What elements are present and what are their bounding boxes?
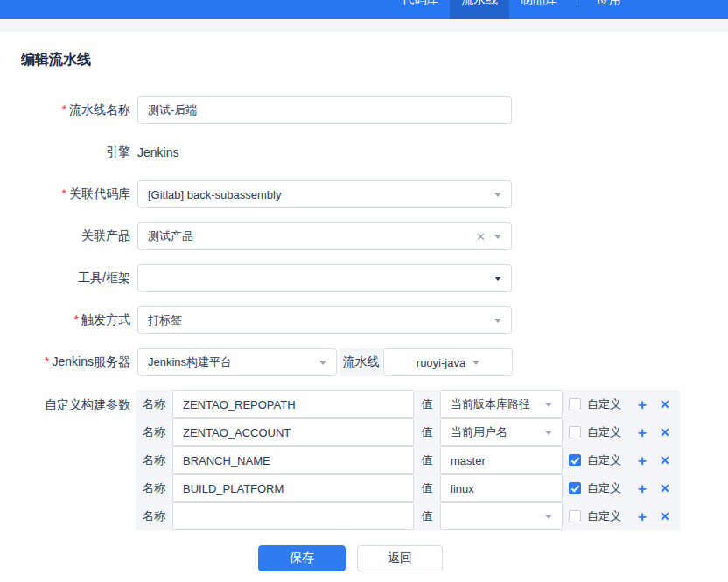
custom-checkbox[interactable] [569,510,581,522]
delete-row-icon[interactable]: ✕ [660,426,670,438]
required-marker: * [62,186,66,200]
delete-row-icon[interactable]: ✕ [660,510,670,522]
tool-select[interactable] [137,264,512,292]
param-value-label: 值 [414,508,440,524]
custom-params-table: 名称 值 当前版本库路径 自定义 + ✕ 名称 [136,390,680,530]
custom-checkbox[interactable] [569,398,581,410]
tab-app[interactable]: 应用 [585,0,633,19]
param-value-input[interactable] [440,446,563,474]
param-value-input[interactable] [440,474,563,502]
custom-checkbox-label: 自定义 [587,508,621,524]
param-actions: 自定义 + ✕ [563,452,680,468]
param-row: 名称 值 自定义 + ✕ [136,474,680,502]
custom-checkbox[interactable] [569,426,581,438]
param-actions: 自定义 + ✕ [563,508,680,524]
param-value-select[interactable]: 当前用户名 [440,418,563,446]
param-name-input[interactable] [172,446,414,474]
form-actions: 保存 返回 [258,545,728,571]
trigger-select[interactable]: 打标签 [137,306,512,334]
chevron-down-icon [545,403,552,410]
param-actions: 自定义 + ✕ [563,480,680,496]
param-value-select-value: 当前用户名 [451,424,508,440]
param-name-input[interactable] [172,390,414,418]
delete-row-icon[interactable]: ✕ [660,454,670,466]
pipeline-name-row: *流水线名称 [0,96,728,124]
chevron-down-icon [494,277,501,284]
back-button[interactable]: 返回 [357,545,443,571]
repo-select[interactable]: [Gitlab] back-subassembly [137,180,512,208]
param-name-label: 名称 [136,480,172,496]
product-select[interactable]: 测试产品 ✕ [137,222,512,250]
jenkins-pipeline-select[interactable]: ruoyi-java [383,348,513,376]
delete-row-icon[interactable]: ✕ [660,482,670,494]
delete-row-icon[interactable]: ✕ [660,398,670,410]
tool-label: 工具/框架 [0,270,130,286]
param-actions: 自定义 + ✕ [563,396,680,412]
tab-code-repo[interactable]: 代码库 [390,0,450,19]
chevron-down-icon [545,431,552,438]
custom-checkbox-label: 自定义 [587,424,621,440]
param-value-label: 值 [414,424,440,440]
add-row-icon[interactable]: + [638,425,647,440]
add-row-icon[interactable]: + [638,509,647,524]
param-value-select[interactable] [440,502,563,530]
add-row-icon[interactable]: + [638,481,647,496]
edit-pipeline-form: *流水线名称 引擎 Jenkins *关联代码库 [Gitlab] back-s… [0,96,728,571]
custom-checkbox-label: 自定义 [587,396,621,412]
param-name-input[interactable] [172,418,414,446]
trigger-row: *触发方式 打标签 [0,306,728,334]
param-value-label: 值 [414,452,440,468]
param-name-label: 名称 [136,452,172,468]
param-name-label: 名称 [136,508,172,524]
chevron-down-icon [319,361,326,368]
pipeline-name-label: *流水线名称 [0,102,130,118]
add-row-icon[interactable]: + [638,453,647,468]
nav-divider [577,0,578,6]
tab-code-repo-label: 代码库 [402,0,438,5]
tab-pipeline-label: 流水线 [461,0,498,5]
jenkins-server-select[interactable]: Jenkins构建平台 [137,348,337,376]
trigger-select-value: 打标签 [148,312,182,328]
tab-artifact-repo-label: 制品库 [521,0,557,5]
chevron-down-icon [545,515,552,522]
custom-checkbox[interactable] [569,482,581,494]
add-row-icon[interactable]: + [638,397,647,412]
param-value-select[interactable]: 当前版本库路径 [440,390,563,418]
product-row: 关联产品 测试产品 ✕ [0,222,728,250]
tab-artifact-repo[interactable]: 制品库 [509,0,569,19]
engine-value: Jenkins [137,145,178,159]
trigger-label: *触发方式 [0,312,130,328]
param-name-input[interactable] [172,502,414,530]
repo-row: *关联代码库 [Gitlab] back-subassembly [0,180,728,208]
tab-pipeline[interactable]: 流水线 [450,0,509,19]
clear-icon[interactable]: ✕ [476,231,486,242]
product-select-value: 测试产品 [148,228,476,244]
engine-row: 引擎 Jenkins [0,138,728,166]
param-row: 名称 值 自定义 + ✕ [136,502,680,530]
param-row: 名称 值 自定义 + ✕ [136,446,680,474]
param-value-label: 值 [414,396,440,412]
pipeline-name-input[interactable] [137,96,512,124]
chevron-down-icon [494,193,501,200]
product-label: 关联产品 [0,228,130,244]
save-button[interactable]: 保存 [258,545,346,571]
tab-app-label: 应用 [597,0,621,5]
chevron-down-icon [472,361,480,368]
param-name-label: 名称 [136,396,172,412]
page-title: 编辑流水线 [0,32,728,67]
param-actions: 自定义 + ✕ [563,424,680,440]
jenkins-server-label: *Jenkins服务器 [0,354,130,370]
param-name-input[interactable] [172,474,414,502]
param-value-select-value: 当前版本库路径 [451,396,530,412]
repo-label: *关联代码库 [0,186,130,202]
jenkins-server-row: *Jenkins服务器 Jenkins构建平台 流水线 ruoyi-java [0,348,728,376]
repo-select-value: [Gitlab] back-subassembly [148,188,281,201]
custom-params-row: 自定义构建参数 名称 值 当前版本库路径 自定义 + ✕ [0,390,728,530]
chevron-down-icon [494,319,501,326]
edit-pipeline-panel: 编辑流水线 *流水线名称 引擎 Jenkins *关联代码库 [Gitlab] … [0,32,728,582]
required-marker: * [74,312,79,326]
custom-checkbox[interactable] [569,454,581,466]
engine-label: 引擎 [0,144,130,160]
tool-row: 工具/框架 [0,264,728,292]
top-navbar: 代码库 流水线 制品库 应用 [0,0,728,19]
